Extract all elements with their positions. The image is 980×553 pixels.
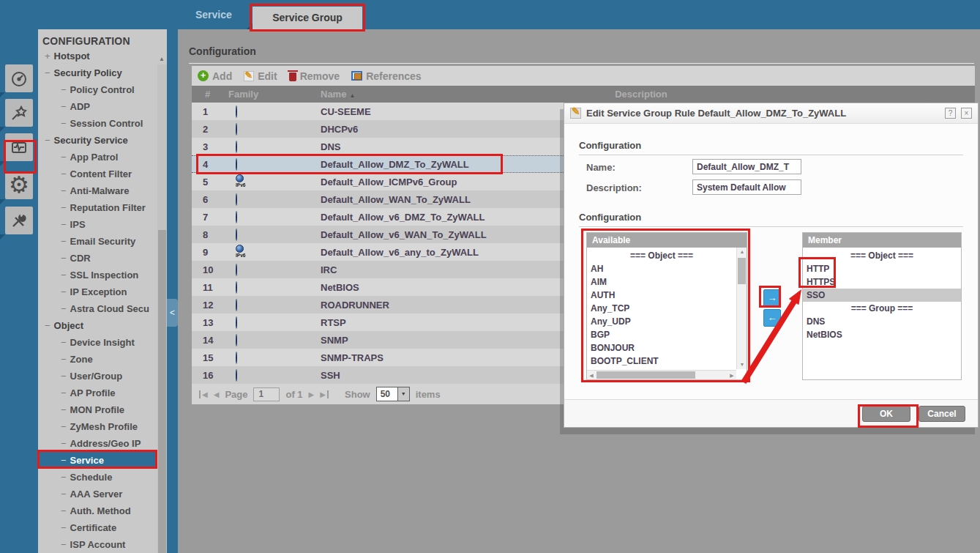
sidebar-item-policy-control[interactable]: −Policy Control (38, 81, 157, 98)
sidebar-item-user-group[interactable]: −User/Group (38, 368, 157, 385)
service-group-name: RTSP (318, 317, 509, 328)
nav-icon-bar: ⚙ (0, 29, 38, 553)
sidebar-item-session-control[interactable]: −Session Control (38, 115, 157, 132)
available-item-bonjour[interactable]: BONJOUR (587, 341, 736, 355)
sidebar-item-aaa-server[interactable]: −AAA Server (38, 486, 157, 502)
available-item-ah[interactable]: AH (587, 262, 736, 275)
setup-wizard-icon[interactable] (5, 99, 33, 127)
last-page-icon[interactable]: ▶ (320, 390, 329, 398)
scroll-down-icon[interactable]: ▼ (737, 360, 747, 369)
sidebar-item-ip-exception[interactable]: −IP Exception (38, 283, 157, 300)
close-icon[interactable]: × (961, 108, 972, 119)
sidebar-item-device-insight[interactable]: −Device Insight (38, 334, 157, 351)
maintenance-tools-icon[interactable] (5, 207, 33, 234)
vertical-scrollbar-thumb[interactable] (738, 258, 746, 284)
sidebar-item-zymesh-profile[interactable]: −ZyMesh Profile (38, 418, 157, 435)
row-number: 9 (192, 247, 221, 258)
menu-scrollbar-thumb[interactable] (158, 230, 166, 553)
member-item-https[interactable]: HTTPS (803, 275, 961, 289)
sidebar-item-zone[interactable]: −Zone (38, 351, 157, 368)
sidebar-item-ap-profile[interactable]: −AP Profile (38, 385, 157, 401)
move-to-available-button[interactable]: ← (763, 309, 781, 327)
sidebar-item-astra-cloud-secu[interactable]: −Astra Cloud Secu (38, 300, 157, 317)
member-item-http[interactable]: HTTP (803, 262, 961, 275)
tab-service[interactable]: Service (195, 0, 232, 29)
ipv4-globe-icon (236, 158, 237, 171)
expand-collapse-glyph: − (61, 152, 67, 163)
move-to-member-button[interactable]: → (763, 289, 781, 307)
first-page-icon[interactable]: ◀ (199, 390, 208, 398)
dialog-title-bar[interactable]: ✎ Edit Service Group Rule Default_Allow_… (564, 103, 978, 124)
sidebar-item-auth-method[interactable]: −Auth. Method (38, 502, 157, 519)
available-item-aim[interactable]: AIM (587, 275, 736, 289)
dashboard-gauge-icon[interactable] (5, 64, 33, 92)
sidebar-item-anti-malware[interactable]: −Anti-Malware (38, 182, 157, 199)
expand-collapse-glyph: − (61, 404, 67, 415)
description-field[interactable] (692, 179, 801, 195)
sidebar-item-isp-account[interactable]: −ISP Account (38, 536, 157, 553)
member-item-sso[interactable]: SSO (803, 289, 961, 302)
scroll-left-icon[interactable]: ◀ (587, 371, 596, 380)
previous-page-icon[interactable]: ◀ (214, 390, 220, 398)
edit-button[interactable]: ✎Edit (244, 70, 277, 82)
member-item-netbios[interactable]: NetBIOS (803, 328, 961, 341)
sidebar-item-content-filter[interactable]: −Content Filter (38, 166, 157, 182)
sidebar-item-adp[interactable]: −ADP (38, 98, 157, 115)
available-item-bgp[interactable]: BGP (587, 328, 736, 341)
menu-scroll-up-icon[interactable]: ▲ (159, 56, 165, 62)
cancel-button[interactable]: Cancel (919, 406, 965, 422)
sidebar-item-address-geo-ip[interactable]: −Address/Geo IP (38, 435, 157, 452)
sidebar-item-app-patrol[interactable]: −App Patrol (38, 149, 157, 166)
tab-service-group[interactable]: Service Group (253, 7, 362, 29)
expand-collapse-glyph: − (61, 168, 67, 179)
page-size-select[interactable]: 50 ▼ (376, 387, 410, 401)
column-header-family[interactable]: Family (221, 89, 318, 100)
references-button[interactable]: References (351, 70, 422, 82)
available-item-bootp-client[interactable]: BOOTP_CLIENT (587, 355, 736, 368)
next-page-icon[interactable]: ▶ (309, 390, 315, 398)
collapse-sidebar-icon[interactable]: < (167, 299, 178, 327)
sidebar-item-service[interactable]: −Service (38, 452, 157, 469)
service-group-name: Default_Allow_v6_any_to_ZyWALL (318, 247, 509, 258)
available-item-auth[interactable]: AUTH (587, 289, 736, 302)
sidebar-item-certificate[interactable]: −Certificate (38, 519, 157, 536)
add-button[interactable]: +Add (198, 70, 232, 82)
sidebar-item-hotspot[interactable]: +Hotspot (38, 52, 157, 64)
ok-button[interactable]: OK (862, 406, 910, 422)
sidebar-item-mon-profile[interactable]: −MON Profile (38, 401, 157, 418)
member-item-dns[interactable]: DNS (803, 315, 961, 328)
help-button[interactable]: ? (945, 108, 956, 119)
ipv4-globe-icon (236, 141, 237, 153)
name-field[interactable] (692, 159, 801, 174)
expand-collapse-glyph: − (61, 270, 67, 281)
scroll-up-icon[interactable]: ▲ (737, 248, 747, 256)
monitor-icon[interactable] (5, 133, 33, 161)
sidebar-item-reputation-filter[interactable]: −Reputation Filter (38, 199, 157, 216)
configuration-gear-icon[interactable]: ⚙ (5, 171, 33, 199)
page-number-input[interactable] (253, 387, 280, 401)
sidebar-item-cdr[interactable]: −CDR (38, 250, 157, 267)
service-group-name: IRC (318, 264, 509, 275)
sidebar-item-object[interactable]: −Object (38, 317, 157, 334)
scroll-right-icon[interactable]: ▶ (727, 371, 736, 380)
row-number: 12 (192, 300, 221, 311)
available-item-any-tcp[interactable]: Any_TCP (587, 302, 736, 315)
row-number: 11 (192, 282, 221, 293)
column-header-description[interactable]: Description (509, 89, 773, 100)
sidebar-item-email-security[interactable]: −Email Security (38, 233, 157, 250)
available-item-any-udp[interactable]: Any_UDP (587, 315, 736, 328)
sidebar-item-security-policy[interactable]: −Security Policy (38, 64, 157, 81)
expand-collapse-glyph: − (45, 135, 51, 146)
sidebar-item-schedule[interactable]: −Schedule (38, 469, 157, 486)
sidebar-item-security-service[interactable]: −Security Service (38, 132, 157, 149)
available-header: Available (587, 233, 747, 248)
column-header-name[interactable]: Name▲ (318, 89, 509, 100)
remove-button[interactable]: Remove (289, 70, 340, 82)
sidebar-item-ssl-inspection[interactable]: −SSL Inspection (38, 267, 157, 283)
globe-icon (236, 245, 244, 253)
column-header-number[interactable]: # (192, 89, 221, 100)
row-number: 7 (192, 212, 221, 223)
sidebar-item-ips[interactable]: −IPS (38, 216, 157, 233)
add-plus-icon: + (198, 70, 209, 81)
horizontal-scrollbar-thumb[interactable] (596, 371, 695, 379)
